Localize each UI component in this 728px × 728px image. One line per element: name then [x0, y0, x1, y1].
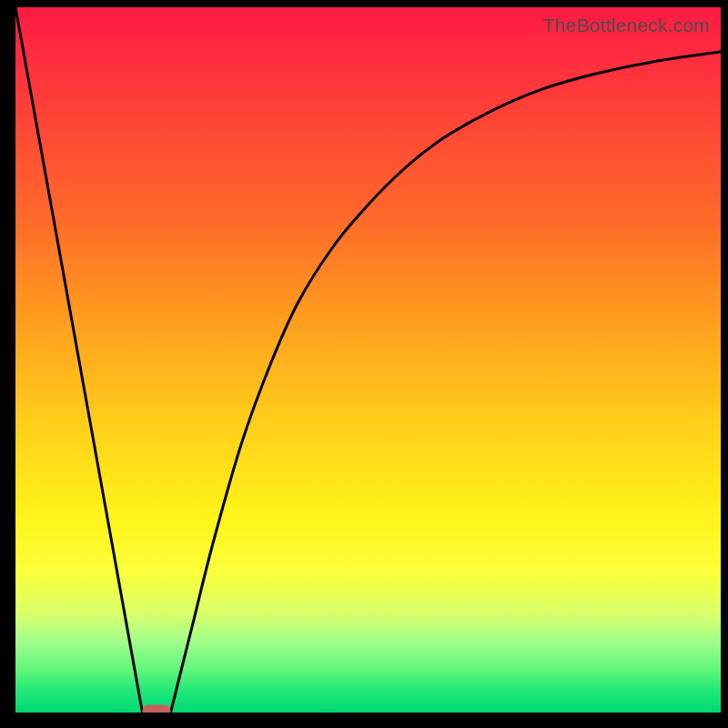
watermark-label: TheBottleneck.com: [543, 15, 710, 36]
chart-svg: [15, 7, 721, 713]
chart-container: TheBottleneck.com: [0, 0, 728, 728]
right-curve-series: [171, 52, 722, 713]
bottleneck-marker: [143, 705, 171, 713]
left-line-series: [15, 7, 143, 713]
plot-area: TheBottleneck.com: [15, 7, 721, 713]
